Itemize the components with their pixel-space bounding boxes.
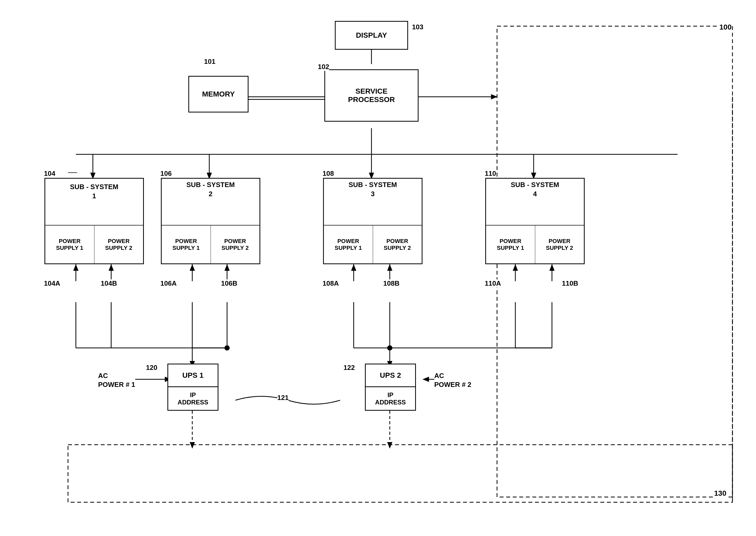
svg-marker-65 bbox=[387, 442, 392, 449]
ss4a-ref: 110A bbox=[485, 279, 501, 287]
ss4-ref: 110 bbox=[485, 170, 496, 178]
ps3-2-box: POWER SUPPLY 2 bbox=[373, 225, 422, 263]
subsystem1-box: SUB - SYSTEM 1 POWER SUPPLY 1 POWER SUPP… bbox=[45, 178, 144, 264]
subsystem3-box: SUB - SYSTEM 3 POWER SUPPLY 1 POWER SUPP… bbox=[323, 178, 422, 264]
ups1-box: UPS 1 bbox=[167, 364, 218, 387]
memory-ref: 101 bbox=[204, 57, 215, 66]
ps3-1-box: POWER SUPPLY 1 bbox=[324, 225, 373, 263]
svg-marker-32 bbox=[513, 264, 518, 271]
memory-box: MEMORY bbox=[188, 76, 248, 113]
ss2b-ref: 106B bbox=[221, 279, 237, 287]
svg-marker-24 bbox=[190, 264, 195, 271]
ss3a-ref: 108A bbox=[322, 279, 339, 287]
svg-marker-61 bbox=[422, 377, 429, 382]
svg-marker-26 bbox=[224, 264, 230, 271]
ss3b-ref: 108B bbox=[383, 279, 400, 287]
ss1a-ref: 104A bbox=[44, 279, 60, 287]
display-box: DISPLAY bbox=[335, 21, 408, 50]
diagram: DISPLAY 103 SERVICE PROCESSOR 102 MEMORY… bbox=[0, 0, 756, 536]
ss3-ref: 108 bbox=[322, 170, 334, 178]
svg-marker-22 bbox=[109, 264, 114, 271]
ups2-ref: 122 bbox=[344, 364, 355, 372]
ss1b-ref: 104B bbox=[101, 279, 117, 287]
subsystem4-box: SUB - SYSTEM 4 POWER SUPPLY 1 POWER SUPP… bbox=[485, 178, 585, 264]
svg-rect-1 bbox=[68, 445, 733, 502]
svg-marker-8 bbox=[491, 94, 498, 99]
ups2-box: UPS 2 bbox=[365, 364, 416, 387]
ups2-ip-box: IP ADDRESS bbox=[365, 387, 416, 411]
svg-marker-63 bbox=[190, 442, 195, 449]
subsystem2-box: SUB - SYSTEM 2 POWER SUPPLY 1 POWER SUPP… bbox=[161, 178, 260, 264]
service-processor-box: SERVICE PROCESSOR bbox=[324, 69, 418, 122]
ps1-1-box: POWER SUPPLY 1 bbox=[45, 225, 94, 263]
ups1-ip-box: IP ADDRESS bbox=[167, 387, 218, 411]
svg-marker-20 bbox=[73, 264, 79, 271]
ss2-ref: 106 bbox=[160, 170, 172, 178]
ps4-2-box: POWER SUPPLY 2 bbox=[535, 225, 584, 263]
display-ref: 103 bbox=[412, 23, 423, 31]
ps4-1-box: POWER SUPPLY 1 bbox=[486, 225, 535, 263]
sp-ref: 102 bbox=[318, 63, 329, 71]
outer-ref: 100 bbox=[719, 23, 732, 31]
svg-marker-28 bbox=[351, 264, 356, 271]
bottom-ref: 130 bbox=[714, 489, 726, 497]
ac-power1-label: AC POWER # 1 bbox=[98, 371, 135, 389]
svg-marker-34 bbox=[549, 264, 555, 271]
ups1-ref: 120 bbox=[146, 364, 157, 372]
svg-marker-30 bbox=[387, 264, 392, 271]
ss2a-ref: 106A bbox=[160, 279, 177, 287]
ps1-2-box: POWER SUPPLY 2 bbox=[94, 225, 143, 263]
network-ref: 121 bbox=[277, 394, 288, 402]
ss4b-ref: 110B bbox=[562, 279, 578, 287]
ps2-2-box: POWER SUPPLY 2 bbox=[211, 225, 260, 263]
ps2-1-box: POWER SUPPLY 1 bbox=[162, 225, 211, 263]
ss1-ref: 104 bbox=[44, 170, 55, 178]
ac-power2-label: AC POWER # 2 bbox=[434, 371, 472, 389]
